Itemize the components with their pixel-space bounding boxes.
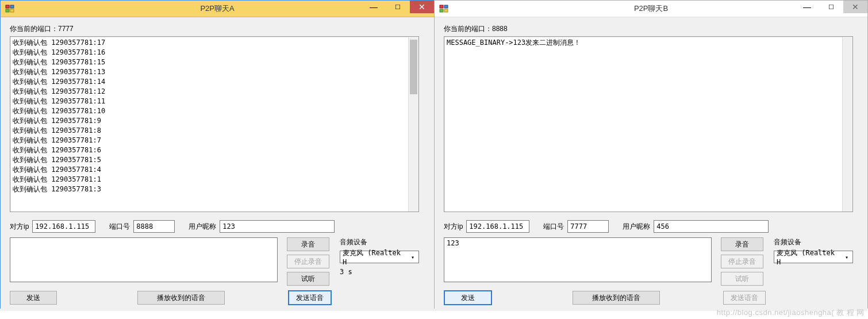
watermark-text: http://blog.csdn.net/jiaoshengha( 教 程 网: [717, 308, 865, 318]
titlebar[interactable]: P2P聊天B—☐✕: [435, 1, 867, 17]
nickname-input[interactable]: [654, 220, 769, 233]
preview-button: 试听: [721, 272, 763, 286]
record-button[interactable]: 录音: [287, 237, 329, 251]
connection-row: 对方ip端口号用户昵称: [10, 220, 425, 233]
send-button[interactable]: 发送: [444, 290, 492, 305]
chevron-down-icon: ▾: [408, 254, 417, 260]
peer-ip-input[interactable]: [32, 220, 95, 233]
message-input[interactable]: 123: [444, 237, 712, 282]
titlebar[interactable]: P2P聊天A—☐✕: [1, 1, 434, 17]
window-a: P2P聊天A—☐✕你当前的端口：7777收到确认包 1290357781:17 …: [0, 0, 435, 309]
nickname-label: 用户昵称: [623, 222, 650, 232]
minimize-button[interactable]: —: [795, 1, 819, 13]
duration-text: 3 s: [340, 268, 419, 276]
log-box[interactable]: 收到确认包 1290357781:17 收到确认包 1290357781:16 …: [10, 36, 419, 212]
client-area: 你当前的端口：7777收到确认包 1290357781:17 收到确认包 129…: [1, 17, 434, 311]
close-button[interactable]: ✕: [843, 1, 867, 13]
connection-row: 对方ip端口号用户昵称: [444, 220, 858, 233]
send-voice-button: 发送语音: [723, 291, 766, 305]
window-controls: —☐✕: [362, 1, 434, 13]
audio-device-column: 音频设备麦克风 (Realtek H▾: [774, 237, 853, 286]
audio-device-combo[interactable]: 麦克风 (Realtek H▾: [340, 251, 419, 263]
audio-button-column: 录音停止录音试听: [287, 237, 329, 286]
window-b: P2P聊天B—☐✕你当前的端口：8888MESSAGE_BINARY->123发…: [434, 0, 868, 309]
port-input[interactable]: [133, 220, 175, 233]
scrollbar[interactable]: [842, 37, 852, 212]
audio-device-column: 音频设备麦克风 (Realtek H▾3 s: [340, 237, 419, 286]
play-received-button[interactable]: 播放收到的语音: [137, 291, 225, 305]
message-area: 123录音停止录音试听音频设备麦克风 (Realtek H▾: [444, 237, 858, 286]
close-button[interactable]: ✕: [410, 1, 434, 13]
play-received-button[interactable]: 播放收到的语音: [573, 291, 660, 305]
stop-record-button: 停止录音: [721, 255, 763, 268]
port-label: 端口号: [109, 222, 130, 232]
log-box[interactable]: MESSAGE_BINARY->123发来二进制消息！: [444, 36, 853, 212]
audio-device-combo[interactable]: 麦克风 (Realtek H▾: [774, 251, 853, 263]
maximize-button[interactable]: ☐: [386, 1, 410, 13]
peer-ip-label: 对方ip: [444, 222, 463, 232]
bottom-row: 发送播放收到的语音发送语音: [10, 290, 425, 305]
window-controls: —☐✕: [795, 1, 867, 13]
peer-ip-input[interactable]: [466, 220, 529, 233]
record-button[interactable]: 录音: [721, 237, 763, 251]
peer-ip-label: 对方ip: [10, 222, 29, 232]
client-area: 你当前的端口：8888MESSAGE_BINARY->123发来二进制消息！对方…: [435, 17, 867, 311]
nickname-label: 用户昵称: [189, 222, 216, 232]
audio-button-column: 录音停止录音试听: [721, 237, 763, 286]
nickname-input[interactable]: [220, 220, 335, 233]
stop-record-button: 停止录音: [287, 255, 329, 268]
audio-device-label: 音频设备: [774, 237, 850, 247]
local-port-label: 你当前的端口：7777: [10, 24, 425, 34]
port-input[interactable]: [567, 220, 609, 233]
port-label: 端口号: [543, 222, 564, 232]
bottom-row: 发送播放收到的语音发送语音: [444, 290, 858, 305]
message-area: 录音停止录音试听音频设备麦克风 (Realtek H▾3 s: [10, 237, 425, 286]
minimize-button[interactable]: —: [362, 1, 386, 13]
preview-button[interactable]: 试听: [287, 272, 329, 286]
audio-device-value: 麦克风 (Realtek H: [343, 248, 408, 266]
message-input[interactable]: [10, 237, 278, 282]
scrollbar[interactable]: [408, 37, 418, 212]
send-voice-button[interactable]: 发送语音: [288, 290, 332, 305]
chevron-down-icon: ▾: [842, 254, 851, 260]
maximize-button[interactable]: ☐: [819, 1, 843, 13]
local-port-label: 你当前的端口：8888: [444, 24, 858, 34]
audio-device-value: 麦克风 (Realtek H: [777, 248, 842, 266]
audio-device-label: 音频设备: [340, 237, 416, 247]
send-button[interactable]: 发送: [10, 291, 57, 305]
